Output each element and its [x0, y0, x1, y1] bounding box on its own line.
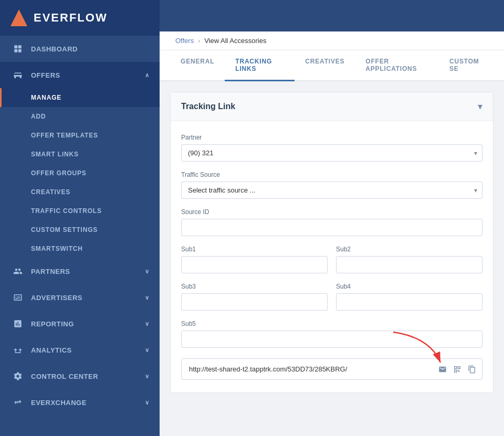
partner-select-wrapper: (90) 321 ▾ [181, 144, 482, 162]
sidebar-item-reporting-label: REPORTING [31, 320, 74, 328]
analytics-chevron: ∨ [145, 347, 150, 354]
card-header: Tracking Link ▾ [171, 92, 493, 121]
partner-field-group: Partner (90) 321 ▾ [181, 134, 482, 162]
sidebar-item-advertisers[interactable]: ADVERTISERS ∨ [0, 284, 160, 311]
source-id-field-group: Source ID [181, 208, 482, 236]
sidebar-item-dashboard-label: DASHBOARD [31, 45, 78, 53]
sidebar-item-offers-label: OFFERS [31, 71, 60, 79]
sub1-sub2-row: Sub1 Sub2 [181, 246, 482, 283]
breadcrumb-current: View All Accessories [204, 37, 266, 45]
sub3-input[interactable] [181, 293, 328, 311]
analytics-icon [12, 344, 24, 356]
reporting-chevron: ∨ [145, 321, 150, 327]
url-box [181, 358, 482, 380]
sidebar-subitem-offer-templates[interactable]: OFFER TEMPLATES [0, 126, 160, 145]
reporting-icon [12, 318, 24, 329]
sidebar-item-everxchange-label: EVERXCHANGE [31, 399, 87, 407]
copy-icon[interactable] [467, 364, 477, 375]
sidebar-item-partners-label: PARTNERS [31, 268, 70, 275]
traffic-source-select-wrapper: Select traffic source ... ▾ [181, 182, 482, 199]
sidebar-subitem-manage[interactable]: MANAGE [0, 88, 160, 107]
tab-offer-applications[interactable]: OFFER APPLICATIONS [355, 50, 439, 81]
sidebar-subitem-add[interactable]: ADD [0, 107, 160, 126]
url-area [181, 358, 482, 380]
card-collapse-button[interactable]: ▾ [478, 101, 482, 112]
sub4-field-group: Sub4 [336, 283, 482, 311]
sub1-input[interactable] [181, 256, 328, 273]
advertisers-icon [12, 292, 24, 303]
tab-custom-settings[interactable]: CUSTOM SE [439, 50, 494, 81]
sidebar-item-control-center[interactable]: CONTROL CENTER ∨ [0, 363, 160, 389]
tab-creatives[interactable]: CREATIVES [295, 50, 355, 81]
sidebar-item-control-center-label: CONTROL CENTER [31, 373, 98, 380]
sidebar-subitem-traffic-controls[interactable]: TRAFFIC CONTROLS [0, 201, 160, 220]
breadcrumb: Offers › View All Accessories [160, 31, 504, 50]
sub3-field-group: Sub3 [181, 283, 328, 311]
sidebar-subitem-smartswitch[interactable]: SMARTSWITCH [0, 239, 160, 258]
sidebar-item-analytics-label: ANALYTICS [31, 346, 72, 354]
sub2-input[interactable] [336, 256, 482, 273]
email-icon[interactable] [437, 364, 448, 375]
sidebar-subitem-smart-links[interactable]: SMART LINKS [0, 145, 160, 164]
sidebar-item-offers[interactable]: OFFERS ∧ [0, 62, 160, 88]
traffic-source-select[interactable]: Select traffic source ... [181, 182, 482, 199]
advertisers-chevron: ∨ [145, 294, 150, 301]
sidebar-subitem-custom-settings[interactable]: CUSTOM SETTINGS [0, 220, 160, 239]
offers-icon [12, 69, 24, 81]
sidebar-item-advertisers-label: ADVERTISERS [31, 294, 82, 302]
svg-rect-3 [18, 49, 22, 52]
sub3-label: Sub3 [181, 283, 328, 290]
everxchange-chevron: ∨ [145, 399, 150, 406]
sub3-sub4-row: Sub3 Sub4 [181, 283, 482, 320]
svg-rect-2 [14, 49, 17, 52]
tabs-bar: GENERAL TRACKING LINKS CREATIVES OFFER A… [160, 50, 504, 81]
dashboard-icon [12, 43, 24, 55]
url-action-icons [437, 364, 477, 375]
traffic-source-field-group: Traffic Source Select traffic source ...… [181, 171, 482, 199]
content-area: Tracking Link ▾ Partner (90) 321 ▾ [160, 81, 504, 436]
sub4-input[interactable] [336, 293, 482, 311]
logo-area: EVERFLOW [0, 0, 160, 36]
logo-text: EVERFLOW [34, 11, 108, 25]
source-id-input[interactable] [181, 219, 482, 236]
sub4-label: Sub4 [336, 283, 482, 290]
card-title: Tracking Link [181, 102, 235, 111]
tab-tracking-links[interactable]: TRACKING LINKS [225, 50, 295, 81]
sub5-label: Sub5 [181, 320, 482, 327]
offers-chevron: ∧ [145, 72, 150, 79]
card-body: Partner (90) 321 ▾ Traffic Source Select… [171, 121, 493, 392]
sidebar-item-analytics[interactable]: ANALYTICS ∨ [0, 337, 160, 363]
control-center-icon [12, 370, 24, 382]
qr-code-icon[interactable] [452, 364, 463, 375]
everxchange-icon [12, 397, 24, 408]
header-bar [160, 0, 504, 31]
partner-label: Partner [181, 134, 482, 141]
main-content: Offers › View All Accessories GENERAL TR… [160, 0, 504, 436]
svg-rect-0 [14, 45, 17, 48]
sidebar: EVERFLOW DASHBOARD OFFERS ∧ MANAGE ADD O… [0, 0, 160, 436]
partners-icon [12, 265, 24, 277]
traffic-source-label: Traffic Source [181, 171, 482, 178]
sidebar-item-everxchange[interactable]: EVERXCHANGE ∨ [0, 389, 160, 416]
tab-general[interactable]: GENERAL [170, 50, 225, 81]
sub1-label: Sub1 [181, 246, 328, 253]
breadcrumb-separator: › [198, 37, 200, 45]
sidebar-subitem-offer-groups[interactable]: OFFER GROUPS [0, 164, 160, 183]
sub5-input[interactable] [181, 331, 482, 348]
partner-select[interactable]: (90) 321 [181, 144, 482, 162]
sub1-field-group: Sub1 [181, 246, 328, 273]
sidebar-item-partners[interactable]: PARTNERS ∨ [0, 258, 160, 284]
source-id-label: Source ID [181, 208, 482, 216]
sidebar-item-reporting[interactable]: REPORTING ∨ [0, 311, 160, 337]
svg-rect-1 [18, 45, 22, 48]
sub2-label: Sub2 [336, 246, 482, 253]
partners-chevron: ∨ [145, 268, 150, 275]
breadcrumb-parent[interactable]: Offers [175, 37, 194, 45]
sidebar-item-dashboard[interactable]: DASHBOARD [0, 36, 160, 62]
sub2-field-group: Sub2 [336, 246, 482, 273]
tracking-link-card: Tracking Link ▾ Partner (90) 321 ▾ [170, 92, 494, 393]
logo-icon [10, 9, 27, 26]
sidebar-subitem-creatives[interactable]: CREATIVES [0, 183, 160, 201]
sub5-field-group: Sub5 [181, 320, 482, 348]
control-center-chevron: ∨ [145, 373, 150, 380]
